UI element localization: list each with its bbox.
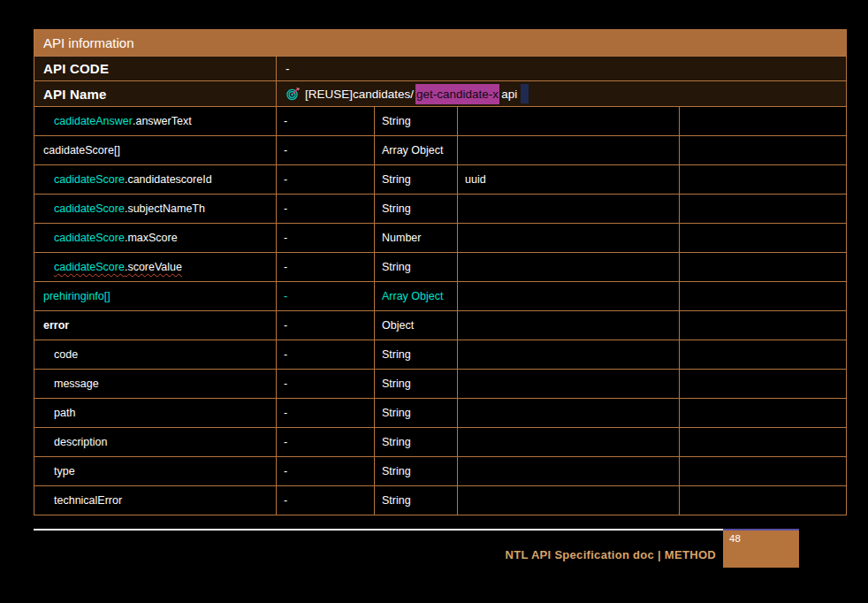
api-code-value: - (286, 62, 290, 75)
field-name-part: .candidatescoreId (125, 173, 212, 186)
field-name-part: code (54, 348, 78, 361)
value-cell: - (276, 282, 374, 310)
api-code-value-cell: - (276, 57, 846, 80)
field-name-part: .scoreValue (125, 261, 182, 273)
table-row: error-Object (34, 310, 846, 340)
extra-cell (679, 399, 846, 427)
note-cell (457, 340, 679, 369)
field-name-part: .maxScore (125, 232, 178, 244)
extra-cell (679, 195, 846, 223)
type-cell: Object (374, 311, 457, 340)
type-cell: Number (374, 224, 457, 252)
type-cell: String (374, 486, 457, 515)
field-name-part: cadidateScore (54, 202, 125, 215)
note-cell (457, 224, 679, 252)
api-name-label-cell: API Name (34, 81, 276, 106)
type-cell: String (374, 370, 457, 398)
note-cell (457, 457, 679, 485)
field-name-part: cadidateAnswer (54, 115, 133, 127)
field-name-cell: cadidateAnswer.answerText (34, 107, 276, 135)
value-cell: - (276, 457, 374, 485)
field-name-cell: cadidateScore.candidatescoreId (34, 165, 276, 194)
value-cell: - (276, 486, 374, 515)
field-name-cell: cadidateScore.scoreValue (34, 253, 276, 281)
field-name-part: .subjectNameTh (125, 202, 205, 215)
note-cell (457, 428, 679, 456)
note-cell (457, 195, 679, 223)
table-row: cadidateScore[]-Array Object (34, 135, 846, 164)
field-name-part: technicalError (54, 494, 122, 507)
field-name-cell: description (34, 428, 276, 456)
page-number-box: 48 (723, 529, 799, 568)
value-cell: - (276, 399, 374, 427)
value-cell: - (276, 107, 374, 135)
table-row: message-String (34, 369, 846, 398)
table-row: cadidateScore.maxScore-Number (34, 223, 846, 252)
type-cell: String (374, 428, 457, 456)
field-name-part: cadidateScore[] (43, 144, 120, 156)
api-code-label-cell: API CODE (34, 57, 276, 80)
extra-cell (679, 370, 846, 398)
extra-cell (679, 107, 846, 135)
api-name-label: API Name (43, 87, 107, 102)
field-name-part: message (54, 378, 99, 390)
value-cell: - (276, 311, 374, 340)
field-name-cell: technicalError (34, 486, 276, 515)
note-cell (457, 107, 679, 135)
api-information-table: API information API CODE - API Name (34, 29, 847, 515)
type-cell: String (374, 457, 457, 485)
table-title-bar: API information (34, 30, 846, 56)
type-cell: Array Object (374, 282, 457, 310)
table-row: cadidateScore.candidatescoreId-Stringuui… (34, 164, 846, 194)
note-cell (457, 370, 679, 398)
extra-cell (679, 428, 846, 456)
field-name-cell: type (34, 457, 276, 485)
extra-cell (679, 282, 846, 310)
type-cell: String (374, 195, 457, 223)
type-cell: String (374, 399, 457, 427)
field-name-part: path (54, 407, 75, 419)
field-name-part: prehiringinfo[] (43, 290, 110, 302)
api-code-row: API CODE - (34, 56, 846, 80)
field-name-cell: cadidateScore[] (34, 136, 276, 164)
field-name-part: type (54, 465, 75, 477)
type-cell: String (374, 107, 457, 135)
note-cell (457, 253, 679, 281)
type-cell: String (374, 165, 457, 194)
note-cell (457, 399, 679, 427)
field-name-part: cadidateScore (54, 261, 125, 273)
footer-divider-line (34, 529, 723, 530)
text-cursor-block (521, 84, 529, 103)
note-cell (457, 136, 679, 164)
field-name-cell: cadidateScore.subjectNameTh (34, 195, 276, 223)
api-table-body: cadidateAnswer.answerText-Stringcadidate… (34, 106, 846, 515)
field-name-cell: cadidateScore.maxScore (34, 224, 276, 252)
extra-cell (679, 340, 846, 369)
page-number: 48 (729, 533, 741, 544)
api-name-suffix: api (501, 88, 517, 101)
table-row: type-String (34, 456, 846, 485)
field-name-cell: prehiringinfo[] (34, 282, 276, 310)
extra-cell (679, 486, 846, 515)
note-cell (457, 282, 679, 310)
extra-cell (679, 253, 846, 281)
extra-cell (679, 165, 846, 194)
extra-cell (679, 457, 846, 485)
table-row: description-String (34, 427, 846, 456)
field-name-cell: message (34, 370, 276, 398)
table-row: code-String (34, 340, 846, 369)
api-code-label: API CODE (43, 61, 109, 76)
value-cell: - (276, 195, 374, 223)
extra-cell (679, 136, 846, 164)
value-cell: - (276, 224, 374, 252)
value-cell: - (276, 136, 374, 164)
table-row: path-String (34, 398, 846, 427)
api-name-prefix: [REUSE]candidates/ (305, 88, 414, 101)
field-name-cell: code (34, 340, 276, 369)
footer-doc-title: NTL API Specification doc | METHOD (389, 548, 716, 561)
table-row: technicalError-String (34, 485, 846, 515)
table-row: cadidateScore.subjectNameTh-String (34, 194, 846, 223)
api-name-row: API Name [REUSE]candidates/get-candidate… (34, 80, 846, 106)
value-cell: - (276, 253, 374, 281)
type-cell: Array Object (374, 136, 457, 164)
